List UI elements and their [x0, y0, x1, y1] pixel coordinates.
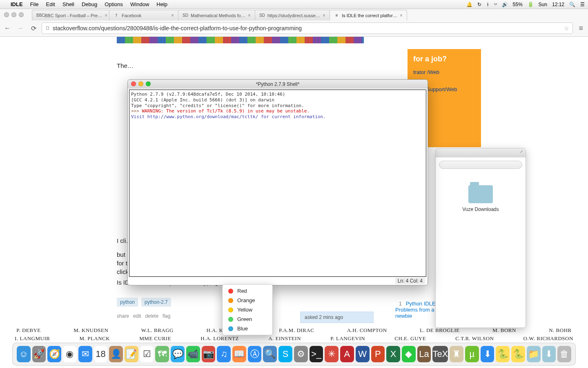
action-flag[interactable]: flag: [163, 313, 170, 319]
dock-trash-icon[interactable]: 🗑: [557, 346, 571, 362]
dock-facetime-icon[interactable]: 📹: [186, 346, 200, 362]
dock-finder-icon[interactable]: ☺: [17, 346, 31, 362]
menu-shell[interactable]: Shell: [62, 1, 74, 7]
folder-icon[interactable]: [468, 185, 493, 203]
notification-center-icon[interactable]: 🔔: [466, 2, 472, 7]
close-window-button[interactable]: [4, 12, 9, 17]
dock-photobooth-icon[interactable]: 📷: [202, 346, 216, 362]
tab-close-4[interactable]: ×: [400, 13, 403, 18]
menu-window[interactable]: Window: [130, 1, 149, 7]
menu-options[interactable]: Options: [105, 1, 123, 7]
chrome-menu-icon[interactable]: ≡: [576, 24, 586, 33]
dock-python1-icon[interactable]: 🐍: [496, 346, 510, 362]
tab-close-3[interactable]: ×: [323, 13, 325, 18]
tag-color-blue[interactable]: Blue: [223, 324, 272, 333]
dock-safari-icon[interactable]: 🧭: [47, 346, 61, 362]
dock-powerpoint-icon[interactable]: P: [371, 346, 385, 362]
browser-tab-1[interactable]: fFacebook×: [109, 10, 178, 20]
idle-minimize-button[interactable]: [138, 81, 143, 86]
back-button[interactable]: ←: [2, 23, 12, 33]
timemachine-icon[interactable]: ↻: [477, 2, 481, 7]
action-delete[interactable]: delete: [145, 313, 158, 319]
tag-color-green[interactable]: Green: [223, 314, 272, 324]
dock-numbers-icon[interactable]: ◆: [402, 346, 416, 362]
spotlight-icon[interactable]: 🔍: [569, 2, 575, 7]
tab-close-2[interactable]: ×: [248, 13, 251, 18]
menu-debug[interactable]: Debug: [82, 1, 97, 7]
minimize-window-button[interactable]: [11, 12, 16, 17]
dock-utorrent-icon[interactable]: µ: [465, 346, 479, 362]
macos-menubar: IDLE File Edit Shell Debug Options Windo…: [0, 0, 588, 9]
finder-window[interactable]: ⤢ Vuze Downloads: [435, 148, 526, 328]
bluetooth-icon[interactable]: ᚼ: [486, 2, 489, 7]
dock-terminal-icon[interactable]: >_: [310, 346, 323, 362]
tag-color-red[interactable]: Red: [223, 286, 272, 296]
menu-file[interactable]: File: [30, 1, 39, 7]
reload-button[interactable]: ⟳: [29, 23, 38, 33]
menu-edit[interactable]: Edit: [46, 1, 55, 7]
browser-tab-0[interactable]: BBCBBC Sport - Football – Pre…×: [32, 10, 109, 20]
dock-word-icon[interactable]: W: [356, 346, 370, 362]
dock-vuze-icon[interactable]: ⬇: [481, 346, 494, 362]
address-bar[interactable]: 🗋 stackoverflow.com/questions/28009488/i…: [42, 22, 573, 34]
battery-icon[interactable]: 🔋: [528, 2, 534, 7]
app-name[interactable]: IDLE: [11, 1, 23, 7]
dock-ibooks-icon[interactable]: 📖: [232, 346, 246, 362]
dock-contacts-icon[interactable]: 👤: [109, 346, 123, 362]
menubar-list-icon[interactable]: ☰: [580, 2, 585, 7]
dock-maps-icon[interactable]: 🗺: [155, 346, 169, 362]
dock-reflection-strip: [117, 37, 364, 43]
forward-button[interactable]: →: [16, 23, 25, 33]
dock-chrome-icon[interactable]: ◉: [63, 346, 77, 362]
dock-red-icon[interactable]: ✳: [325, 346, 339, 362]
finder-titlebar[interactable]: ⤢: [436, 148, 526, 157]
tab-close-0[interactable]: ×: [105, 13, 107, 18]
expand-icon[interactable]: ⤢: [520, 149, 523, 154]
dock-settings-icon[interactable]: ⚙: [294, 346, 308, 362]
job-link-1[interactable]: trator /Web: [413, 69, 475, 75]
browser-tab-4[interactable]: ≡Is IDLE the correct platfor…×: [330, 10, 407, 20]
tag-python27[interactable]: python-2.7: [141, 298, 171, 307]
idle-shell-window[interactable]: *Python 2.7.9 Shell* Python 2.7.9 (v2.7.…: [127, 79, 428, 285]
zoom-window-button[interactable]: [19, 12, 24, 17]
idle-close-button[interactable]: [131, 81, 136, 86]
dock-preview-icon[interactable]: 🔍: [263, 346, 277, 362]
dock-itunes-icon[interactable]: ♫: [217, 346, 231, 362]
dock-downloads-icon[interactable]: ⬇: [542, 346, 556, 362]
dock-python2-icon[interactable]: 🐍: [511, 346, 525, 362]
dock-excel-icon[interactable]: X: [386, 346, 400, 362]
tag-color-orange[interactable]: Orange: [223, 296, 272, 305]
tab-close-1[interactable]: ×: [171, 13, 174, 18]
dock-calendar-icon[interactable]: 18: [94, 346, 108, 362]
dock-mail-icon[interactable]: ✉: [78, 346, 92, 362]
idle-titlebar[interactable]: *Python 2.7.9 Shell*: [128, 80, 428, 89]
dock-folder-icon[interactable]: 📁: [527, 346, 541, 362]
clock-time[interactable]: 12:12: [552, 2, 564, 7]
volume-icon[interactable]: 🔊: [502, 2, 508, 7]
dock-latex-icon[interactable]: La: [417, 346, 431, 362]
site-info-icon[interactable]: 🗋: [45, 25, 50, 31]
dock-notes-icon[interactable]: 📝: [125, 346, 138, 362]
dock-skype-icon[interactable]: S: [278, 346, 292, 362]
finder-search-field[interactable]: [439, 161, 522, 169]
idle-text-area[interactable]: Python 2.7.9 (v2.7.9:648dcafa7e5f, Dec 1…: [129, 90, 426, 277]
menu-help[interactable]: Help: [156, 1, 167, 7]
dock-acrobat-icon[interactable]: A: [340, 346, 354, 362]
dock-tex-icon[interactable]: TeX: [432, 346, 448, 362]
dock-appstore-icon[interactable]: Ⓐ: [248, 346, 262, 362]
tag-python[interactable]: python: [117, 298, 138, 307]
browser-tab-3[interactable]: SDhttps://studydirect.susse…×: [255, 10, 330, 20]
bookmark-star-icon[interactable]: ☆: [564, 25, 569, 31]
action-share[interactable]: share: [117, 313, 129, 319]
idle-zoom-button[interactable]: [146, 81, 151, 86]
clock-day[interactable]: Sun: [539, 2, 547, 7]
wifi-icon[interactable]: ⌔: [494, 2, 497, 7]
dock-app1-icon[interactable]: ♜: [450, 346, 463, 362]
action-edit[interactable]: edit: [133, 313, 141, 319]
finder-tags-menu[interactable]: RedOrangeYellowGreenBlue: [222, 284, 273, 335]
dock-launchpad-icon[interactable]: 🚀: [32, 346, 46, 362]
dock-reminders-icon[interactable]: ☑: [140, 346, 154, 362]
dock-messages-icon[interactable]: 💬: [171, 346, 185, 362]
browser-tab-2[interactable]: SDMathematical Methods fo…×: [178, 10, 255, 20]
tag-color-yellow[interactable]: Yellow: [223, 305, 272, 314]
